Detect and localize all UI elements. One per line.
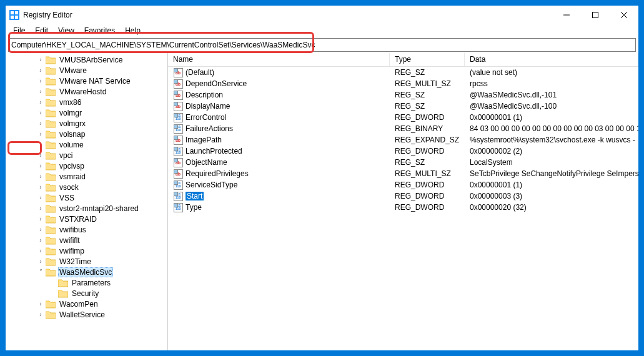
- tree-item-security[interactable]: Security: [6, 288, 167, 299]
- tree-item-label: Security: [71, 289, 100, 298]
- string-value-icon: ab: [173, 67, 183, 77]
- expand-icon[interactable]: ›: [37, 300, 44, 307]
- value-row-requiredprivileges[interactable]: abRequiredPrivilegesREG_MULTI_SZSeTcbPri…: [168, 168, 638, 179]
- menu-favorites[interactable]: Favorites: [79, 25, 120, 36]
- menu-help[interactable]: Help: [120, 25, 146, 36]
- expand-icon[interactable]: ›: [37, 141, 44, 148]
- value-row-displayname[interactable]: abDisplayNameREG_SZ@WaaSMedicSvc.dll,-10…: [168, 101, 638, 112]
- tree-item-volmgrx[interactable]: ›volmgrx: [6, 118, 167, 129]
- expand-icon[interactable]: ›: [37, 88, 44, 95]
- value-name: ImagePath: [186, 136, 222, 144]
- header-name[interactable]: Name: [168, 53, 390, 66]
- header-data[interactable]: Data: [465, 53, 638, 66]
- folder-icon: [46, 98, 56, 107]
- value-name: RequiredPrivileges: [186, 169, 249, 178]
- value-row-imagepath[interactable]: abImagePathREG_EXPAND_SZ%systemroot%\sys…: [168, 134, 638, 146]
- tree-item-vstor2-mntapi20-shared[interactable]: ›vstor2-mntapi20-shared: [6, 203, 167, 214]
- list-pane[interactable]: Name Type Data ab(Default)REG_SZ(value n…: [168, 53, 638, 350]
- expand-icon[interactable]: ›: [37, 173, 44, 180]
- value-name: Type: [186, 203, 202, 212]
- value-row-start[interactable]: 011 110StartREG_DWORD0x00000003 (3): [168, 190, 638, 202]
- tree-item-parameters[interactable]: Parameters: [6, 277, 167, 288]
- menu-view[interactable]: View: [53, 25, 79, 36]
- value-row-servicesidtype[interactable]: 011 110ServiceSidTypeREG_DWORD0x00000001…: [168, 179, 638, 190]
- tree-item-vpcivsp[interactable]: ›vpcivsp: [6, 161, 167, 171]
- expand-icon[interactable]: ›: [37, 205, 44, 212]
- tree-item-vwifimp[interactable]: ›vwifimp: [6, 245, 167, 256]
- value-name: ErrorControl: [186, 113, 226, 122]
- folder-icon: [46, 183, 56, 192]
- menu-file[interactable]: File: [8, 25, 30, 36]
- expand-icon[interactable]: ›: [37, 131, 44, 137]
- close-button[interactable]: [610, 6, 638, 24]
- expand-icon[interactable]: ›: [37, 67, 44, 74]
- expand-icon[interactable]: ›: [37, 56, 44, 63]
- tree-item-volume[interactable]: ›volume: [6, 139, 167, 150]
- tree-item-vwififlt[interactable]: ›vwififlt: [6, 235, 167, 245]
- value-row-type[interactable]: 011 110TypeREG_DWORD0x00000020 (32): [168, 202, 638, 213]
- expand-icon[interactable]: ›: [37, 194, 44, 201]
- tree-item-volsnap[interactable]: ›volsnap: [6, 129, 167, 139]
- tree-item-label: VMwareHostd: [58, 87, 107, 96]
- folder-icon: [58, 289, 68, 298]
- tree-item-vwifibus[interactable]: ›vwifibus: [6, 224, 167, 235]
- value-data: @WaaSMedicSvc.dll,-100: [465, 102, 638, 111]
- binary-value-icon: 011 110: [173, 124, 183, 134]
- value-row-dependonservice[interactable]: abDependOnServiceREG_MULTI_SZrpcss: [168, 78, 638, 89]
- tree-item-vpci[interactable]: ›vpci: [6, 150, 167, 161]
- tree-item-vstxraid[interactable]: ›VSTXRAID: [6, 214, 167, 224]
- expand-icon[interactable]: ›: [37, 152, 44, 159]
- expand-icon[interactable]: ›: [37, 184, 44, 190]
- registry-editor-window: Registry Editor File Edit View Favorites…: [5, 5, 639, 351]
- maximize-button[interactable]: [581, 6, 610, 24]
- string-value-icon: ab: [173, 90, 183, 100]
- tree-item-vmware-nat-service[interactable]: ›VMware NAT Service: [6, 76, 167, 86]
- value-row-objectname[interactable]: abObjectNameREG_SZLocalSystem: [168, 157, 638, 168]
- string-value-icon: ab: [173, 157, 183, 167]
- tree-item-w32time[interactable]: ›W32Time: [6, 256, 167, 267]
- expand-icon[interactable]: ›: [37, 109, 44, 116]
- expand-icon[interactable]: ›: [37, 162, 44, 169]
- value-row--default-[interactable]: ab(Default)REG_SZ(value not set): [168, 67, 638, 78]
- menu-edit[interactable]: Edit: [30, 25, 53, 36]
- tree-item-label: WalletService: [58, 310, 106, 319]
- expand-icon[interactable]: ›: [37, 215, 44, 222]
- tree-item-label: vsmraid: [58, 172, 87, 181]
- tree-item-wacompen[interactable]: ›WacomPen: [6, 299, 167, 309]
- tree-item-waasmedicsvc[interactable]: ˅WaaSMedicSvc: [6, 267, 167, 277]
- expand-icon[interactable]: ›: [37, 247, 44, 254]
- string-value-icon: ab: [173, 101, 183, 111]
- address-bar[interactable]: Computer\HKEY_LOCAL_MACHINE\SYSTEM\Curre…: [8, 38, 636, 52]
- tree-item-vmx86[interactable]: ›vmx86: [6, 97, 167, 107]
- expand-icon[interactable]: ›: [37, 99, 44, 106]
- folder-icon: [58, 279, 68, 287]
- tree-pane[interactable]: ›VMUSBArbService›VMware›VMware NAT Servi…: [6, 53, 168, 350]
- titlebar[interactable]: Registry Editor: [6, 6, 638, 24]
- tree-item-vss[interactable]: ›VSS: [6, 192, 167, 203]
- binary-value-icon: 011 110: [173, 202, 183, 212]
- tree-item-vmusbarbservice[interactable]: ›VMUSBArbService: [6, 54, 167, 65]
- expand-icon[interactable]: ›: [37, 77, 44, 84]
- tree-item-vsock[interactable]: ›vsock: [6, 182, 167, 192]
- expand-icon[interactable]: ›: [37, 311, 44, 318]
- value-name: Start: [186, 192, 204, 200]
- expand-icon[interactable]: ›: [37, 258, 44, 265]
- expand-icon[interactable]: ›: [37, 120, 44, 127]
- expand-icon[interactable]: ›: [37, 237, 44, 244]
- header-type[interactable]: Type: [390, 53, 465, 66]
- minimize-button[interactable]: [552, 6, 581, 24]
- tree-item-vsmraid[interactable]: ›vsmraid: [6, 171, 167, 182]
- value-row-failureactions[interactable]: 011 110FailureActionsREG_BINARY84 03 00 …: [168, 123, 638, 134]
- tree-item-walletservice[interactable]: ›WalletService: [6, 309, 167, 320]
- tree-item-vmware[interactable]: ›VMware: [6, 65, 167, 76]
- expand-icon[interactable]: ˅: [37, 269, 44, 275]
- value-row-launchprotected[interactable]: 011 110LaunchProtectedREG_DWORD0x0000000…: [168, 146, 638, 157]
- value-name: ObjectName: [186, 158, 227, 167]
- tree-item-label: VMUSBArbService: [58, 56, 124, 64]
- value-row-description[interactable]: abDescriptionREG_SZ@WaaSMedicSvc.dll,-10…: [168, 89, 638, 101]
- tree-item-volmgr[interactable]: ›volmgr: [6, 107, 167, 118]
- value-row-errorcontrol[interactable]: 011 110ErrorControlREG_DWORD0x00000001 (…: [168, 112, 638, 123]
- value-data: rpcss: [465, 79, 638, 88]
- expand-icon[interactable]: ›: [37, 226, 44, 233]
- tree-item-vmwarehostd[interactable]: ›VMwareHostd: [6, 86, 167, 97]
